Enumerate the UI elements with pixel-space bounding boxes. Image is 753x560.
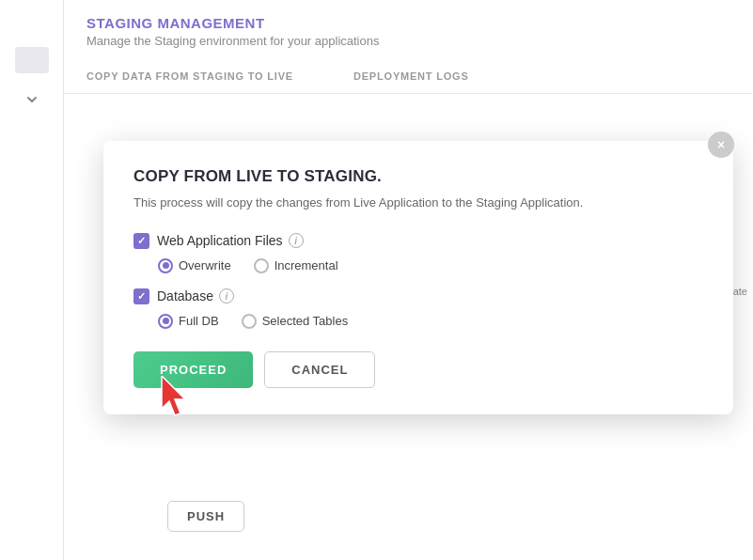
selected-tables-radio-button[interactable]: [242, 314, 257, 329]
svg-marker-0: [162, 376, 185, 415]
database-info-icon[interactable]: i: [219, 288, 234, 303]
tab-copy-data[interactable]: COPY DATA FROM STAGING TO LIVE: [86, 61, 316, 93]
database-label: Database i: [157, 288, 234, 303]
main-header: STAGING MANAGEMENT Manage the Staging en…: [64, 0, 753, 94]
web-app-files-checkbox[interactable]: [133, 233, 149, 249]
database-checkbox[interactable]: [133, 288, 149, 304]
button-row: PROCEED CANCEL: [133, 351, 703, 388]
radio-selected-tables[interactable]: Selected Tables: [242, 314, 349, 329]
sidebar-chevron-icon[interactable]: [21, 88, 43, 111]
database-radio-group: Full DB Selected Tables: [158, 314, 703, 329]
push-button[interactable]: PUSH: [167, 501, 244, 532]
page-title: STAGING MANAGEMENT: [86, 15, 730, 31]
modal-dialog: COPY FROM LIVE TO STAGING. This process …: [103, 141, 733, 414]
sidebar-nav-item-1[interactable]: [15, 47, 49, 73]
overwrite-radio-button[interactable]: [158, 258, 173, 273]
modal-close-button[interactable]: ×: [708, 132, 734, 158]
full-db-radio-button[interactable]: [158, 314, 173, 329]
incremental-radio-button[interactable]: [254, 258, 269, 273]
cursor-arrow-icon: [152, 376, 209, 418]
web-app-files-label: Web Application Files i: [157, 233, 304, 248]
radio-incremental[interactable]: Incremental: [254, 258, 338, 273]
cancel-button[interactable]: CANCEL: [264, 351, 375, 388]
page-subtitle: Manage the Staging environment for your …: [86, 34, 730, 48]
radio-full-db[interactable]: Full DB: [158, 314, 219, 329]
web-app-checkbox-row: Web Application Files i: [133, 233, 703, 249]
tabs-row: COPY DATA FROM STAGING TO LIVE DEPLOYMEN…: [86, 61, 730, 93]
web-app-info-icon[interactable]: i: [289, 233, 304, 248]
web-app-files-section: Web Application Files i Overwrite Increm…: [133, 233, 703, 273]
modal-title: COPY FROM LIVE TO STAGING.: [133, 167, 703, 186]
web-app-radio-group: Overwrite Incremental: [158, 258, 703, 273]
database-section: Database i Full DB Selected Tables: [133, 288, 703, 329]
radio-overwrite[interactable]: Overwrite: [158, 258, 231, 273]
tab-deployment-logs[interactable]: DEPLOYMENT LOGS: [353, 61, 492, 93]
sidebar: [0, 0, 64, 560]
database-checkbox-row: Database i: [133, 288, 703, 304]
modal-description: This process will copy the changes from …: [133, 194, 703, 212]
